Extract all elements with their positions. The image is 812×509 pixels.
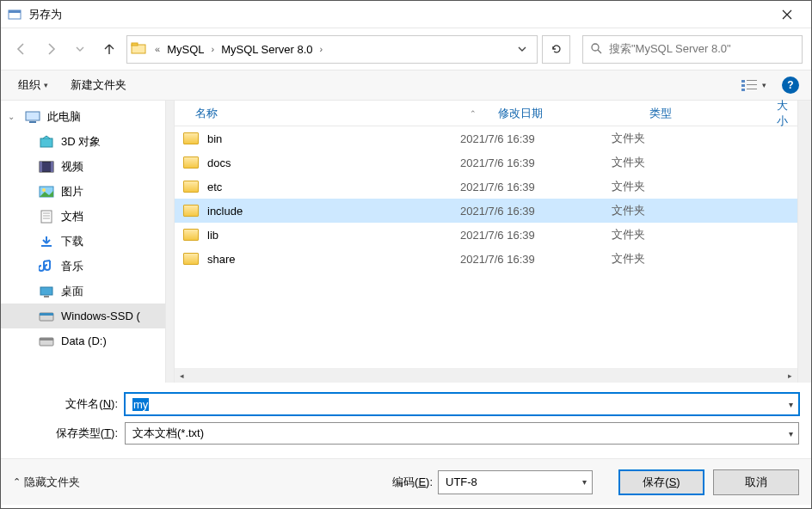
tree-item-label: Data (D:)	[61, 334, 107, 347]
tree-item[interactable]: 图片	[1, 179, 165, 204]
svg-rect-23	[41, 245, 52, 247]
nav-tree[interactable]: ⌄ 此电脑 3D 对象视频图片文档下载音乐桌面Windows-SSD (Data…	[1, 101, 166, 383]
file-name: bin	[207, 132, 460, 145]
svg-rect-19	[41, 211, 52, 223]
col-type[interactable]: 类型	[637, 106, 765, 121]
folder-icon	[183, 229, 199, 241]
svg-rect-7	[741, 84, 745, 87]
hide-folders-toggle[interactable]: ⌃ 隐藏文件夹	[13, 475, 80, 490]
filename-label: 文件名(N):	[13, 396, 125, 412]
tree-item-icon	[39, 184, 54, 199]
breadcrumb-item[interactable]: MySQL Server 8.0	[219, 43, 314, 56]
main-area: ⌄ 此电脑 3D 对象视频图片文档下载音乐桌面Windows-SSD (Data…	[1, 101, 811, 383]
col-date[interactable]: 修改日期	[486, 106, 637, 121]
expand-icon[interactable]: ⌄	[8, 112, 18, 121]
tree-item-label: 视频	[61, 159, 83, 175]
chevron-down-icon[interactable]: ▾	[789, 429, 793, 438]
file-row[interactable]: share2021/7/6 16:39文件夹	[175, 247, 797, 271]
folder-icon	[183, 156, 199, 169]
col-name[interactable]: 名称	[183, 106, 460, 121]
recent-dropdown[interactable]	[68, 37, 92, 61]
file-name: docs	[207, 156, 460, 169]
folder-icon	[131, 40, 148, 58]
bottom-bar: ⌃ 隐藏文件夹 编码(E): UTF-8 ▾ 保存(S) 取消	[1, 458, 811, 505]
tree-item-label: 音乐	[61, 259, 83, 274]
view-icon	[740, 77, 759, 93]
tree-item[interactable]: 3D 对象	[1, 129, 165, 154]
file-row[interactable]: bin2021/7/6 16:39文件夹	[175, 126, 797, 150]
tree-item[interactable]: 视频	[1, 154, 165, 179]
file-row[interactable]: docs2021/7/6 16:39文件夹	[175, 150, 797, 175]
svg-rect-10	[747, 89, 757, 89]
organize-button[interactable]: 组织▾	[13, 73, 53, 97]
folder-icon	[183, 181, 199, 193]
column-headers[interactable]: 名称 ⌃ 修改日期 类型 大小	[175, 101, 797, 126]
filetype-select[interactable]: 文本文档(*.txt) ▾	[125, 422, 799, 445]
save-button[interactable]: 保存(S)	[618, 469, 704, 495]
svg-rect-16	[51, 162, 53, 172]
breadcrumb-bar[interactable]: « MySQL › MySQL Server 8.0 ›	[126, 35, 538, 64]
new-folder-button[interactable]: 新建文件夹	[65, 73, 132, 97]
close-button[interactable]	[770, 2, 804, 28]
col-size[interactable]: 大小	[765, 98, 797, 129]
file-type: 文件夹	[612, 131, 739, 146]
tree-item-icon	[39, 334, 54, 349]
file-row[interactable]: etc2021/7/6 16:39文件夹	[175, 175, 797, 199]
svg-rect-5	[741, 80, 745, 83]
breadcrumb-dropdown[interactable]	[511, 43, 533, 56]
file-date: 2021/7/6 16:39	[460, 229, 612, 242]
search-icon	[590, 42, 602, 57]
toolbar: 组织▾ 新建文件夹 ▾ ?	[1, 70, 811, 101]
tree-item-label: 图片	[61, 184, 83, 199]
view-options-button[interactable]: ▾	[735, 73, 772, 97]
file-type: 文件夹	[612, 251, 739, 267]
save-fields: 文件名(N): my ▾ 保存类型(T): 文本文档(*.txt) ▾	[1, 383, 811, 458]
help-button[interactable]: ?	[782, 77, 799, 94]
title-bar: 另存为	[1, 1, 811, 28]
tree-item[interactable]: 音乐	[1, 254, 165, 279]
svg-point-18	[42, 188, 46, 192]
tree-item[interactable]: Windows-SSD (	[1, 304, 165, 328]
svg-rect-6	[747, 80, 757, 81]
horizontal-scrollbar[interactable]: ◂ ▸	[175, 368, 797, 383]
tree-item[interactable]: 文档	[1, 204, 165, 229]
cancel-button[interactable]: 取消	[713, 469, 799, 495]
vertical-scrollbar[interactable]	[797, 101, 811, 383]
svg-rect-25	[40, 287, 52, 295]
scroll-left-icon[interactable]: ◂	[175, 368, 189, 383]
tree-item-label: 3D 对象	[61, 134, 101, 150]
splitter[interactable]	[166, 101, 175, 383]
filename-input[interactable]: my ▾	[125, 393, 799, 415]
chevron-down-icon[interactable]: ▾	[582, 477, 587, 487]
chevron-down-icon[interactable]: ▾	[789, 400, 793, 409]
file-type: 文件夹	[612, 155, 739, 170]
tree-root-this-pc[interactable]: ⌄ 此电脑	[1, 104, 165, 129]
file-row[interactable]: lib2021/7/6 16:39文件夹	[175, 223, 797, 247]
tree-item[interactable]: 下载	[1, 229, 165, 254]
tree-item-icon	[39, 159, 54, 175]
tree-item[interactable]: 桌面	[1, 279, 165, 304]
chevron-right-icon: ›	[315, 44, 329, 54]
pc-icon	[25, 109, 40, 125]
window-title: 另存为	[28, 7, 770, 22]
forward-button[interactable]	[39, 37, 63, 61]
breadcrumb-item[interactable]: MySQL	[165, 43, 206, 56]
back-button[interactable]	[9, 37, 34, 61]
up-button[interactable]	[97, 37, 121, 61]
svg-rect-8	[747, 84, 757, 85]
svg-rect-11	[26, 112, 40, 120]
tree-item-icon	[39, 134, 54, 150]
file-name: etc	[207, 181, 460, 193]
search-input[interactable]: 搜索"MySQL Server 8.0"	[582, 35, 803, 64]
file-name: share	[207, 253, 460, 266]
svg-rect-12	[29, 121, 36, 123]
encoding-select[interactable]: UTF-8 ▾	[438, 470, 593, 494]
svg-rect-26	[44, 296, 49, 297]
tree-item[interactable]: Data (D:)	[1, 328, 165, 353]
chevron-right-icon: ›	[206, 44, 219, 54]
file-date: 2021/7/6 16:39	[460, 205, 612, 218]
tree-item-label: 下载	[61, 234, 83, 249]
refresh-button[interactable]	[542, 35, 570, 64]
scroll-right-icon[interactable]: ▸	[783, 368, 797, 383]
file-row[interactable]: include2021/7/6 16:39文件夹	[175, 199, 797, 223]
